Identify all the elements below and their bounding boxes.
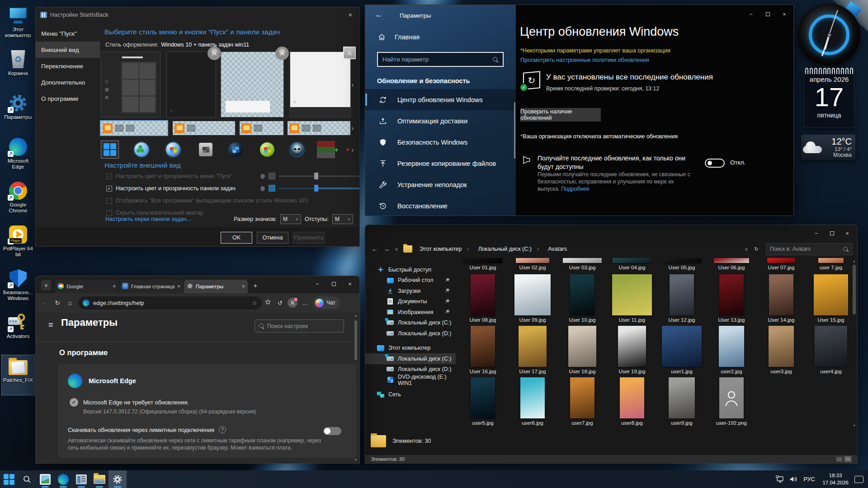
thumbnails-view-button[interactable] (844, 456, 852, 462)
color-swatch[interactable] (269, 173, 275, 179)
file-item[interactable]: User 17.jpg (508, 326, 557, 374)
explorer-search-input[interactable] (770, 246, 843, 252)
close-button[interactable]: × (840, 228, 855, 239)
tab-search-chevron-icon[interactable]: ∨ (41, 280, 51, 290)
explorer-tree-item[interactable]: Сеть (365, 389, 456, 400)
file-item[interactable]: user6.jpg (508, 377, 557, 426)
start-button-style[interactable] (317, 141, 335, 159)
minimize-button[interactable]: − (743, 8, 759, 20)
file-item[interactable]: User 09.jpg (508, 274, 557, 323)
action-center-icon[interactable] (854, 476, 863, 483)
back-icon[interactable]: ← (38, 299, 51, 306)
taskbar-explorer-button[interactable] (90, 470, 108, 488)
more-menu-icon[interactable]: … (299, 300, 311, 306)
sidebar-item-home[interactable]: Главная (378, 33, 420, 41)
check-updates-button[interactable]: Проверить наличие обновлений (520, 108, 601, 122)
sidebar-scrollbar[interactable] (514, 102, 515, 159)
taskbar-edge-button[interactable] (54, 470, 72, 488)
file-item[interactable]: User 02.jpg (508, 258, 557, 270)
taskbar-startisback-button[interactable] (72, 470, 90, 488)
favorites-bar-icon[interactable] (262, 299, 274, 307)
desktop-icon[interactable]: ♻ Корзина (2, 48, 34, 88)
edge-settings-search-input[interactable] (267, 323, 340, 329)
help-icon[interactable]: ? (219, 426, 226, 433)
startisback-nav-item[interactable]: О программе (36, 90, 100, 107)
settings-nav-item[interactable]: Резервное копирование файлов (365, 153, 516, 174)
theme-preview-dark-plain[interactable]: › (166, 52, 216, 117)
explorer-tree-item[interactable]: Локальный диск (C:) (365, 353, 456, 364)
home-icon[interactable]: ⌂ (64, 299, 76, 306)
taskbar-style-preview-4[interactable] (288, 121, 350, 135)
desktop-icon[interactable]: Activators (2, 311, 34, 351)
explorer-tree-item[interactable]: Рабочий стол (365, 275, 456, 286)
file-item[interactable]: user7.jpg (557, 377, 607, 426)
file-item[interactable]: user 7.jpg (806, 258, 851, 270)
cancel-button[interactable]: Отмена (257, 232, 288, 244)
details-view-button[interactable] (835, 456, 843, 462)
file-item[interactable]: User 12.jpg (657, 274, 707, 323)
explorer-tree-item[interactable]: Изображения (365, 307, 456, 318)
color-swatch[interactable] (269, 185, 275, 192)
browser-tab[interactable]: Параметры × (184, 280, 248, 293)
chevron-right-icon[interactable]: › (351, 124, 354, 133)
desktop-icon[interactable]: Этот компьютер (2, 5, 34, 44)
new-tab-button[interactable]: + (250, 280, 261, 291)
start-button-style[interactable] (164, 141, 182, 159)
explorer-tree-item[interactable]: Локальный диск (D:) (365, 328, 456, 339)
theme-preview-win10-dark[interactable]: ◻▤⚙ (101, 52, 160, 117)
back-icon[interactable]: ← (369, 245, 381, 253)
start-button-style[interactable] (197, 141, 215, 159)
remove-orb-button[interactable]: × (346, 146, 349, 153)
file-item[interactable]: User 03.jpg (557, 258, 607, 270)
desktop-icon[interactable]: Player PotPlayer 64 bit (2, 224, 34, 263)
taskbar-style-preview-3[interactable] (240, 121, 283, 135)
metered-toggle[interactable] (323, 427, 341, 435)
minimize-button[interactable]: − (309, 278, 326, 290)
file-item[interactable]: User 18.jpg (557, 326, 607, 374)
tab-close-icon[interactable]: × (177, 283, 180, 290)
close-icon[interactable]: × (341, 7, 359, 22)
file-item[interactable]: User 16.jpg (458, 326, 508, 374)
maximize-button[interactable] (824, 228, 840, 239)
explorer-tree-item[interactable]: Быстрый доступ (365, 264, 456, 275)
file-item[interactable]: user4.jpg (806, 326, 851, 374)
minimize-button[interactable]: − (809, 228, 824, 239)
file-item[interactable]: User 04.jpg (607, 258, 657, 270)
taskbar-perks-link[interactable]: Настроить перки панели задач... (105, 216, 191, 222)
settings-nav-item[interactable]: Безопасность Windows (365, 131, 516, 153)
file-item[interactable]: User 05.jpg (657, 258, 707, 270)
start-button-style[interactable] (132, 141, 151, 159)
file-item[interactable]: User 13.jpg (707, 274, 756, 323)
address-dropdown-icon[interactable]: ∨ (742, 247, 750, 252)
desktop-icon[interactable]: Безопасно... Windows (2, 267, 34, 307)
taskbar-photos-button[interactable] (36, 470, 54, 488)
chevron-right-icon[interactable]: › (351, 145, 354, 155)
explorer-tree-item[interactable]: Загрузки (365, 286, 456, 296)
checkbox[interactable]: ✓ (106, 186, 112, 192)
taskbar-settings-button[interactable] (108, 470, 127, 488)
explorer-tree-item[interactable]: Документы (365, 296, 456, 307)
start-button-style[interactable] (258, 141, 276, 159)
file-item[interactable]: User 11.jpg (607, 274, 657, 323)
settings-nav-item[interactable]: Оптимизация доставки (365, 110, 516, 131)
theme-preview-light[interactable]: › (290, 52, 351, 117)
explorer-tree-item[interactable]: Локальный диск (D:) (365, 364, 456, 375)
history-icon[interactable]: ↺ (274, 300, 286, 306)
file-item[interactable]: user9.jpg (657, 377, 707, 426)
insider-toggle[interactable] (705, 159, 725, 168)
file-item[interactable]: user1.jpg (657, 326, 707, 374)
icon-size-dropdown[interactable]: M∨ (280, 214, 301, 224)
browser-tab[interactable]: Главная страница × (119, 280, 183, 293)
ok-button[interactable]: OK (221, 232, 252, 244)
breadcrumb-segment[interactable]: Этот компьютер (416, 244, 473, 253)
menu-icon[interactable]: ≡ (48, 320, 53, 330)
scrollbar[interactable]: ▲ ▼ (852, 259, 856, 427)
file-item[interactable]: user8.jpg (607, 377, 657, 426)
transparency-slider[interactable] (279, 173, 359, 179)
scrollbar-thumb[interactable] (354, 320, 357, 360)
chevron-right-icon[interactable]: › (351, 80, 354, 89)
file-item[interactable]: User 06.jpg (707, 258, 756, 270)
scrollbar[interactable]: ▲ ▼ (354, 314, 358, 461)
transparency-slider[interactable] (279, 185, 359, 192)
checkbox[interactable] (106, 198, 112, 204)
